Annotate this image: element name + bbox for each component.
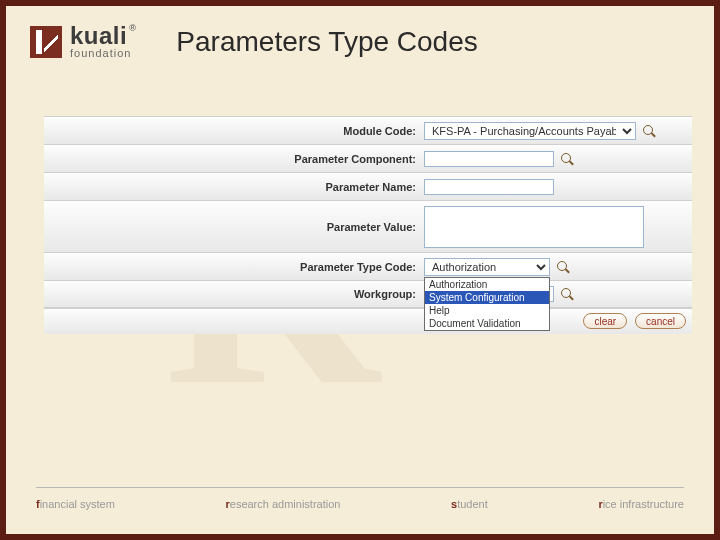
row-parameter-name: Parameter Name: (44, 172, 692, 200)
footer-student: student (451, 498, 488, 510)
logo-mark-icon (30, 26, 62, 58)
logo-text: kuali® foundation (70, 24, 136, 59)
label-parameter-value: Parameter Value: (44, 221, 424, 233)
brand-name: kuali (70, 22, 127, 49)
clear-button[interactable]: clear (583, 313, 627, 329)
row-parameter-component: Parameter Component: (44, 144, 692, 172)
footer-divider (36, 487, 684, 488)
footer-financial-system: financial system (36, 498, 115, 510)
parameter-value-textarea[interactable] (424, 206, 644, 248)
search-icon[interactable] (560, 287, 574, 301)
module-code-select[interactable]: KFS-PA - Purchasing/Accounts Payable (424, 122, 636, 140)
parameter-component-input[interactable] (424, 151, 554, 167)
row-parameter-type-code: Parameter Type Code: Authorization Autho… (44, 252, 692, 280)
dropdown-option-authorization[interactable]: Authorization (425, 278, 549, 291)
parameter-type-code-dropdown[interactable]: Authorization System Configuration Help … (424, 277, 550, 331)
label-parameter-type-code: Parameter Type Code: (44, 261, 424, 273)
dropdown-option-document-validation[interactable]: Document Validation (425, 317, 549, 330)
page-title: Parameters Type Codes (176, 26, 477, 58)
search-icon[interactable] (642, 124, 656, 138)
registered-icon: ® (129, 23, 136, 33)
label-workgroup: Workgroup: (44, 288, 424, 300)
header: kuali® foundation Parameters Type Codes (30, 24, 690, 59)
slide: K kuali® foundation Parameters Type Code… (0, 0, 720, 540)
parameter-name-input[interactable] (424, 179, 554, 195)
brand-sub: foundation (70, 48, 136, 59)
label-module-code: Module Code: (44, 125, 424, 137)
row-workgroup: Workgroup: (44, 280, 692, 308)
footer-items: financial system research administration… (36, 498, 684, 510)
dropdown-option-help[interactable]: Help (425, 304, 549, 317)
footer-rice-infrastructure: rice infrastructure (598, 498, 684, 510)
cancel-button[interactable]: cancel (635, 313, 686, 329)
row-parameter-value: Parameter Value: (44, 200, 692, 252)
parameter-type-code-select[interactable]: Authorization (424, 258, 550, 276)
logo: kuali® foundation (30, 24, 136, 59)
row-module-code: Module Code: KFS-PA - Purchasing/Account… (44, 116, 692, 144)
search-icon[interactable] (560, 152, 574, 166)
footer: financial system research administration… (36, 487, 684, 510)
footer-research-administration: research administration (225, 498, 340, 510)
action-row: clear cancel (44, 308, 692, 334)
label-parameter-component: Parameter Component: (44, 153, 424, 165)
search-icon[interactable] (556, 260, 570, 274)
dropdown-option-system-configuration[interactable]: System Configuration (425, 291, 549, 304)
parameter-search-form: Module Code: KFS-PA - Purchasing/Account… (44, 116, 692, 334)
label-parameter-name: Parameter Name: (44, 181, 424, 193)
